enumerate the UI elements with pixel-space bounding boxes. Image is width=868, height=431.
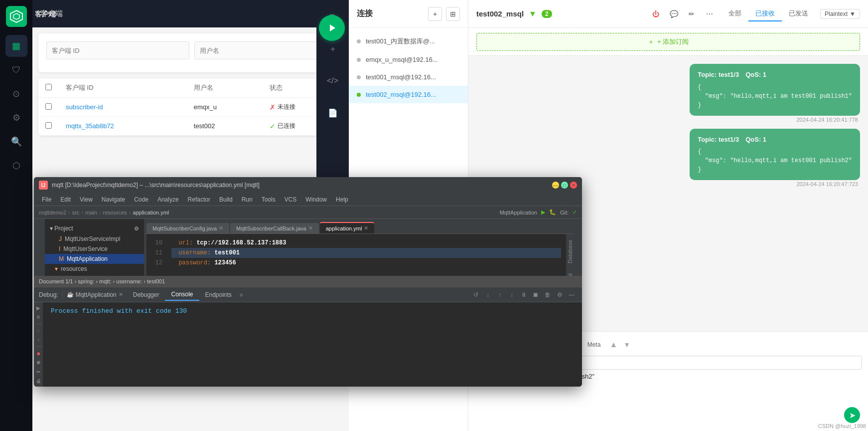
edit-icon[interactable]: ✏ <box>685 7 699 21</box>
pause-btn[interactable]: ⏸ <box>518 289 529 300</box>
app-logo[interactable] <box>6 6 27 27</box>
clear-btn[interactable]: 🗑 <box>542 289 553 300</box>
play-btn[interactable]: ▶ <box>34 304 44 311</box>
maximize-button[interactable]: □ <box>561 182 568 189</box>
connection-item-4[interactable]: test002_msql@192.16... <box>349 86 468 103</box>
menu-edit[interactable]: Edit <box>56 195 75 204</box>
menu-vcs[interactable]: VCS <box>281 195 301 204</box>
sidebar-item-shield[interactable]: 🛡 <box>5 59 27 81</box>
dropdown-arrow-icon[interactable]: ▼ <box>529 9 537 18</box>
step-over-btn[interactable]: ↓ <box>506 289 517 300</box>
sidebar-item-database[interactable]: ⊙ <box>5 83 27 105</box>
sidebar-item-settings[interactable]: ⚙ <box>5 107 27 129</box>
layout-button[interactable]: ⊞ <box>446 7 460 21</box>
chat-icon[interactable]: 💬 <box>667 7 681 21</box>
row-checkbox-2[interactable] <box>45 122 52 129</box>
select-all-checkbox[interactable] <box>45 84 52 90</box>
stop-side-btn[interactable]: ■ <box>34 350 44 357</box>
menu-refactor[interactable]: Refactor <box>184 195 214 204</box>
add-connection-button[interactable]: + <box>428 7 442 21</box>
message-bubble-2[interactable]: Topic: test1/3 QoS: 1 { "msg": "hello,mq… <box>690 129 860 181</box>
tab-close-2[interactable]: ✕ <box>308 225 313 231</box>
more-icon[interactable]: ⋯ <box>703 7 717 21</box>
client-id-input[interactable] <box>46 41 189 59</box>
scroll-up-btn[interactable]: ↑ <box>494 289 505 300</box>
tree-settings-icon[interactable]: ⚙ <box>134 225 139 232</box>
restart-btn[interactable]: ↺ <box>470 289 481 300</box>
menu-tools[interactable]: Tools <box>258 195 280 204</box>
connect-button[interactable] <box>319 15 345 41</box>
step-out-btn[interactable]: ↑ <box>34 336 44 343</box>
tab-subscriber-callback[interactable]: MqttSubscriberCallBack.java ✕ <box>230 223 319 233</box>
debug-tab-debugger[interactable]: Debugger <box>127 289 165 300</box>
client-panel-header: 客户端 <box>32 0 351 27</box>
sidebar-item-modules[interactable]: ⬡ <box>5 155 27 177</box>
connection-item-2[interactable]: emqx_u_msql@192.16... <box>349 51 468 68</box>
menu-code[interactable]: Code <box>130 195 152 204</box>
tree-item-1[interactable]: J MqttUserServiceImpl <box>45 234 144 244</box>
bc-src[interactable]: src <box>72 210 80 216</box>
username-input[interactable] <box>194 41 337 59</box>
sidebar-item-dashboard[interactable]: ▦ <box>5 35 27 57</box>
stop-btn[interactable]: ⏹ <box>530 289 541 300</box>
code-password-value: 123456 <box>214 258 236 268</box>
power-icon[interactable]: ⏻ <box>649 7 663 21</box>
plus-icon[interactable]: ＋ <box>324 40 342 58</box>
close-debug-btn[interactable]: — <box>566 289 577 300</box>
tree-item-2[interactable]: I MqttUserService <box>45 244 144 254</box>
minimize-button[interactable]: — <box>552 182 559 189</box>
step-into-btn[interactable]: ↓ <box>34 327 44 334</box>
run-config-label: MqttApplication <box>500 210 537 216</box>
menu-file[interactable]: File <box>38 195 55 204</box>
scroll-down-btn[interactable]: ↓ <box>482 289 493 300</box>
ide-breadcrumb: mqttdemo2 › src › main › resources › app… <box>34 206 582 219</box>
file-icon[interactable]: 📄 <box>324 104 342 122</box>
menu-help[interactable]: Help <box>332 195 352 204</box>
menu-view[interactable]: View <box>76 195 97 204</box>
debug-button[interactable]: 🐛 <box>549 209 556 216</box>
filter-tab-all[interactable]: 全部 <box>722 6 748 21</box>
message-bubble-1[interactable]: Topic: test1/3 QoS: 1 { "msg": "hello,mq… <box>690 64 860 116</box>
debug-app-close[interactable]: ✕ <box>119 291 123 298</box>
tab-close-1[interactable]: ✕ <box>219 225 223 231</box>
tab-close-3[interactable]: ✕ <box>364 225 368 231</box>
row-checkbox-1[interactable] <box>45 103 52 110</box>
print-btn[interactable]: 🖨 <box>34 377 44 384</box>
send-button[interactable]: ➤ <box>844 407 860 423</box>
debug-tab-endpoints[interactable]: Endpoints <box>199 289 238 300</box>
debug-list-icon[interactable]: ≡ <box>240 292 243 298</box>
tab-application-yml[interactable]: application.yml ✕ <box>320 222 375 233</box>
tree-item-3[interactable]: M MqttApplication <box>45 254 144 264</box>
bc-file[interactable]: application.yml <box>133 210 169 216</box>
connection-item-1[interactable]: test001_内置数据库@... <box>349 32 468 51</box>
client-id-link-2[interactable]: mqttx_35ab8b72 <box>66 122 114 130</box>
database-label[interactable]: Database <box>566 236 574 267</box>
format-selector[interactable]: Plaintext ▼ <box>820 9 860 19</box>
pause-side-btn[interactable]: ⏸ <box>34 313 44 320</box>
sidebar-item-search[interactable]: 🔍 <box>5 131 27 153</box>
filter-tab-sent[interactable]: 已发送 <box>782 6 815 21</box>
menu-run[interactable]: Run <box>238 195 257 204</box>
mute-btn[interactable]: ✂ <box>34 368 44 375</box>
debug-tab-console[interactable]: Console <box>165 289 199 301</box>
tree-item-resources[interactable]: ▾ resources <box>45 264 144 274</box>
filter-tab-received[interactable]: 已接收 <box>748 6 782 21</box>
client-id-link-1[interactable]: subscriber-id <box>66 103 103 111</box>
code-icon[interactable]: </> <box>324 72 342 90</box>
menu-navigate[interactable]: Navigate <box>98 195 129 204</box>
bc-project[interactable]: mqttdemo2 <box>39 210 66 216</box>
tab-subscriber-config[interactable]: MqttSubscriberConfig.java ✕ <box>146 223 229 233</box>
interface-icon-2: I <box>59 245 60 252</box>
menu-analyze[interactable]: Analyze <box>153 195 183 204</box>
add-subscription-button[interactable]: ＋ + 添加订阅 <box>476 33 860 51</box>
bc-resources[interactable]: resources <box>103 210 127 216</box>
menu-build[interactable]: Build <box>215 195 237 204</box>
run-button[interactable]: ▶ <box>541 209 545 216</box>
close-button[interactable]: ✕ <box>570 182 577 189</box>
breakpoint-btn[interactable]: ⊕ <box>34 359 44 366</box>
bc-main[interactable]: main <box>85 210 97 216</box>
tree-item-name-resources: resources <box>61 265 87 272</box>
menu-window[interactable]: Window <box>301 195 331 204</box>
settings-btn[interactable]: ⚙ <box>554 289 565 300</box>
connection-item-3[interactable]: test001_msql@192.16... <box>349 68 468 86</box>
